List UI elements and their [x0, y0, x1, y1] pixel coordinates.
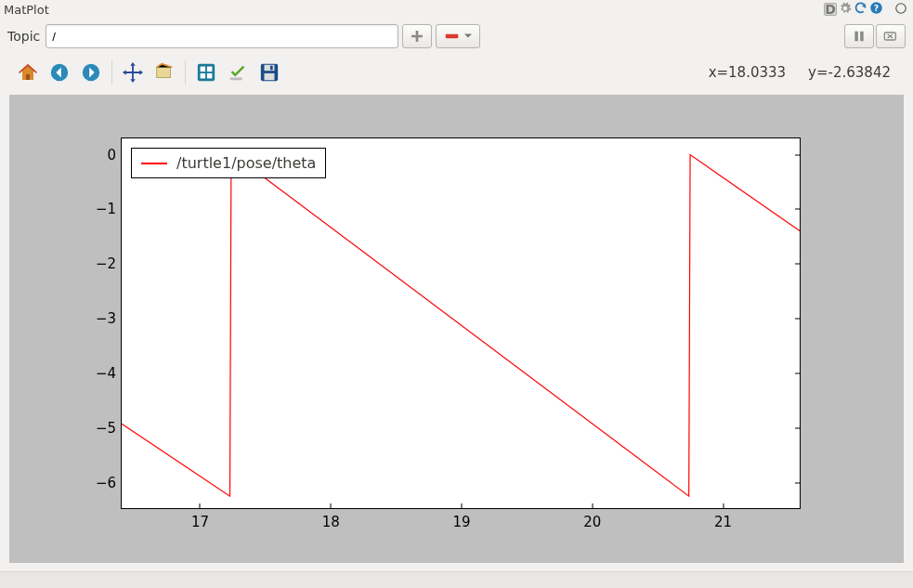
svg-rect-12 [201, 67, 206, 72]
cursor-coords: x=18.0333 y=-2.63842 [709, 64, 900, 81]
coord-x: x=18.0333 [709, 64, 786, 81]
svg-rect-19 [270, 66, 273, 71]
back-icon[interactable] [46, 59, 72, 85]
svg-rect-5 [860, 32, 864, 42]
line-plot [122, 138, 800, 508]
y-tick-label: −2 [85, 255, 122, 272]
restore-icon[interactable] [894, 2, 907, 18]
remove-topic-button[interactable] [436, 24, 480, 48]
x-tick-label: 19 [452, 508, 470, 530]
save-icon[interactable] [256, 59, 282, 85]
gear-icon[interactable] [839, 2, 852, 18]
refresh-icon[interactable] [854, 1, 867, 18]
forward-icon[interactable] [78, 59, 104, 85]
x-tick-label: 21 [714, 508, 732, 530]
svg-rect-15 [207, 73, 213, 79]
x-tick-label: 18 [322, 508, 340, 530]
svg-rect-11 [198, 64, 215, 81]
legend-label: /turtle1/pose/theta [176, 154, 316, 172]
pause-icon [853, 30, 866, 43]
edit-icon[interactable] [225, 59, 251, 85]
topic-input[interactable] [46, 24, 398, 48]
svg-rect-14 [201, 73, 206, 79]
minus-icon [445, 32, 462, 41]
topic-label: Topic [7, 29, 40, 44]
subplots-icon[interactable] [193, 59, 219, 85]
clear-button[interactable] [876, 24, 906, 48]
svg-rect-13 [207, 67, 213, 72]
toolbar-separator [111, 60, 112, 85]
add-topic-button[interactable] [402, 24, 432, 48]
pan-icon[interactable] [120, 59, 146, 85]
run-controls [844, 24, 906, 48]
coord-y: y=-2.63842 [808, 64, 891, 81]
plot-canvas[interactable]: /turtle1/pose/theta 0−1−2−3−4−5−61718192… [9, 95, 904, 563]
plus-icon [410, 29, 424, 44]
title-bar: MatPlot D ? [0, 0, 913, 19]
footer-bar [0, 571, 913, 588]
help-icon[interactable]: ? [869, 1, 883, 18]
legend-swatch [141, 163, 167, 164]
zoom-icon[interactable] [151, 59, 177, 85]
svg-text:?: ? [874, 4, 879, 13]
pause-button[interactable] [844, 24, 874, 48]
svg-point-2 [896, 3, 906, 13]
matplotlib-toolbar: x=18.0333 y=-2.63842 [0, 54, 913, 95]
window-title: MatPlot [4, 3, 49, 17]
home-icon[interactable] [15, 59, 41, 85]
y-tick-label: −1 [85, 201, 122, 217]
y-tick-label: 0 [85, 147, 122, 163]
y-tick-label: −6 [85, 475, 122, 491]
y-tick-label: −5 [85, 420, 122, 437]
x-tick-label: 17 [191, 508, 209, 530]
svg-rect-10 [157, 68, 171, 78]
svg-rect-16 [230, 78, 242, 81]
legend: /turtle1/pose/theta [131, 148, 326, 178]
y-tick-label: −3 [85, 310, 122, 327]
toolbar-separator [185, 60, 186, 85]
chevron-down-icon [464, 33, 472, 40]
svg-rect-4 [854, 32, 858, 42]
clear-icon [883, 30, 898, 43]
y-tick-label: −4 [85, 365, 122, 382]
x-tick-label: 20 [583, 508, 601, 530]
titlebar-right-icons: D ? [824, 1, 907, 18]
svg-rect-18 [265, 65, 275, 71]
d-badge-icon[interactable]: D [824, 3, 837, 16]
svg-rect-7 [26, 74, 30, 80]
chart-axes: /turtle1/pose/theta 0−1−2−3−4−5−61718192… [121, 137, 801, 509]
svg-rect-3 [445, 34, 458, 39]
svg-rect-20 [265, 73, 275, 80]
topic-row: Topic [0, 19, 913, 54]
